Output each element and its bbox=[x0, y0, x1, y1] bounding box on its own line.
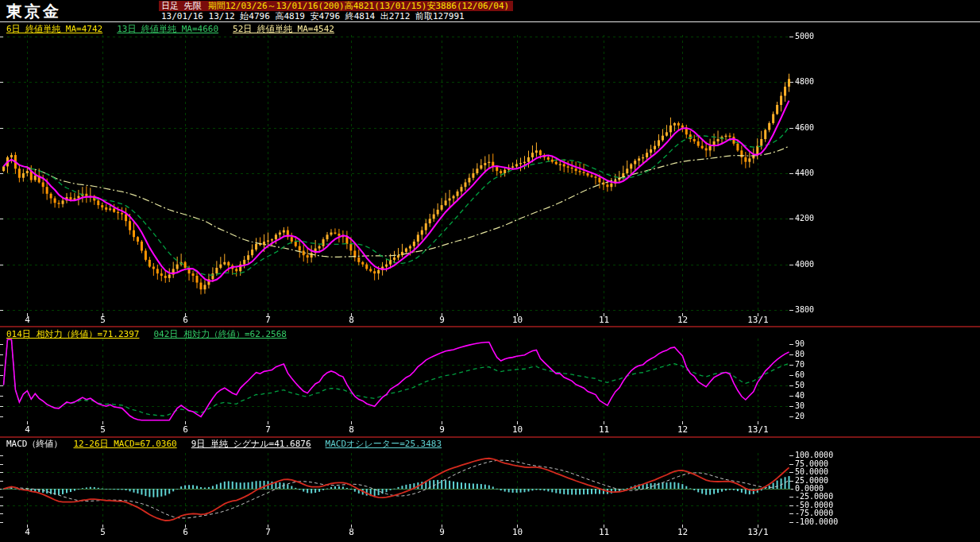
quote-info-line: 13/01/16 13/12 始4796 高4819 安4796 終4814 出… bbox=[159, 11, 513, 21]
header-bar: 東京金 日足 先限期間12/03/26～13/01/16(200)高4821(1… bbox=[0, 0, 980, 22]
ma-legend-item[interactable]: 13日 終値単純 MA=4660 bbox=[117, 24, 218, 34]
macd-legend-item[interactable]: 12-26日 MACD=67.0360 bbox=[74, 439, 177, 449]
macd-legend-item[interactable]: MACDオシレーター=25.3483 bbox=[326, 439, 442, 449]
rsi-legend-row: 014日 相対力（終値）=71.2397042日 相対力（終値）=62.2568 bbox=[6, 330, 301, 339]
header-info: 日足 先限期間12/03/26～13/01/16(200)高4821(13/01… bbox=[159, 1, 513, 21]
macd-legend-row: MACD（終値）12-26日 MACD=67.03609日 単純 シグナル=41… bbox=[6, 439, 456, 449]
ma-legend-row: 6日 終値単純 MA=474213日 終値単純 MA=466052日 終値単純 … bbox=[6, 25, 349, 34]
macd-legend-items: 12-26日 MACD=67.03609日 単純 シグナル=41.6876MAC… bbox=[74, 439, 457, 449]
panel-separator bbox=[0, 436, 980, 438]
panel-separator bbox=[0, 326, 980, 327]
instrument-title: 東京金 bbox=[6, 1, 61, 22]
macd-legend-title: MACD（終値） bbox=[6, 439, 63, 449]
period-type-label: 日足 先限 bbox=[161, 1, 202, 11]
rsi-legend-item[interactable]: 042日 相対力（終値）=62.2568 bbox=[153, 329, 286, 339]
period-info-bar: 日足 先限期間12/03/26～13/01/16(200)高4821(13/01… bbox=[159, 1, 513, 11]
price-chart-canvas[interactable] bbox=[0, 0, 980, 542]
rsi-legend-item[interactable]: 014日 相対力（終値）=71.2397 bbox=[6, 329, 139, 339]
ma-legend-item[interactable]: 52日 終値単純 MA=4542 bbox=[233, 24, 334, 34]
chart-app-window: 東京金 日足 先限期間12/03/26～13/01/16(200)高4821(1… bbox=[0, 0, 980, 542]
ma-legend-item[interactable]: 6日 終値単純 MA=4742 bbox=[6, 24, 102, 34]
macd-legend-item[interactable]: 9日 単純 シグナル=41.6876 bbox=[191, 439, 311, 449]
period-range-label: 期間12/03/26～13/01/16(200)高4821(13/01/15)安… bbox=[208, 1, 510, 11]
